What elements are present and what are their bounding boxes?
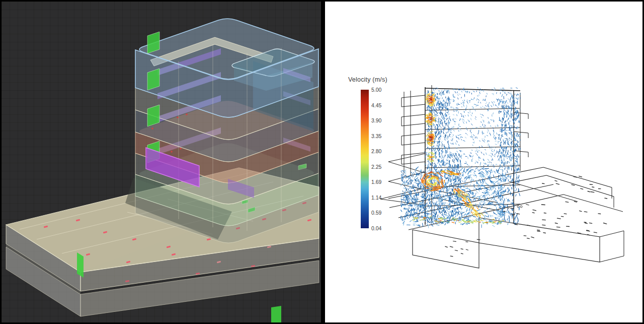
legend-tick: 3.90: [371, 118, 392, 123]
legend-title: Velocity (m/s): [348, 76, 387, 83]
legend-tick: 2.80: [371, 149, 392, 154]
legend-tick: 2.25: [371, 164, 392, 170]
velocity-colorbar: [361, 90, 369, 228]
green-core-podium-left: [77, 252, 84, 278]
legend-tick: 5.00: [371, 87, 392, 93]
cfd-result-panel: Velocity (m/s) 5.004.453.903.352.802.251…: [325, 2, 642, 322]
legend-tick: 1.69: [371, 179, 392, 185]
legend-tick: 0.04: [371, 226, 392, 231]
screenshot-frame: Velocity (m/s) 5.004.453.903.352.802.251…: [0, 0, 644, 324]
legend-tick: 3.35: [371, 134, 392, 139]
legend-tick: 0.59: [371, 210, 392, 216]
tower: [135, 19, 318, 243]
building-3d-model: [2, 2, 321, 322]
green-core-podium-bottom: [271, 306, 281, 322]
model-viewport-panel: [2, 2, 321, 322]
legend-tick: 4.45: [371, 103, 392, 108]
legend-tick: 1.14: [371, 195, 392, 201]
cfd-vector-plot: [325, 2, 642, 322]
